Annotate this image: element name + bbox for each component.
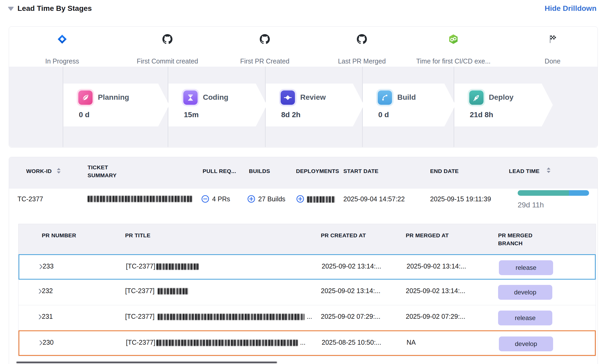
stage-name: Build xyxy=(397,93,416,102)
pr-merged-at: 2025-09-02 07:29:... xyxy=(406,313,465,320)
col-pr-title: PR TITLE xyxy=(125,231,151,239)
pr-merged-at: NA xyxy=(407,339,416,346)
col-deployments: DEPLOYMENTS xyxy=(296,167,339,175)
cicd-icon xyxy=(448,34,458,45)
start-date-value: 2025-09-04 14:57:22 xyxy=(343,194,405,204)
end-date-value: 2025-09-15 19:11:39 xyxy=(430,194,491,204)
build-icon xyxy=(378,90,392,105)
stage-build: Build 0 d xyxy=(363,84,455,126)
stage-deploy: Deploy 21d 8h xyxy=(454,84,553,126)
stage-name: Planning xyxy=(98,93,129,102)
pr-created-at: 2025-08-25 10:50:... xyxy=(322,339,381,346)
cutoff-redacted-content xyxy=(16,362,277,363)
pr-created-at: 2025-09-02 13:14:... xyxy=(321,287,380,295)
lead-time-drilldown-page: Lead Time By Stages Hide Drilldown In Pr… xyxy=(0,0,606,364)
github-icon xyxy=(162,34,172,45)
pr-row-232[interactable]: 232 [TC-2377] 2025-09-02 13:14:... 2025-… xyxy=(19,280,596,305)
stages-panel: In Progress First Commit created First P… xyxy=(9,26,598,148)
milestone-label: Last PR Merged xyxy=(338,57,386,65)
review-icon xyxy=(281,90,295,105)
pull-requests-value: 4 PRs xyxy=(212,194,230,204)
pr-number: 230 xyxy=(43,339,54,346)
sort-lead-time-icon[interactable] xyxy=(546,167,551,175)
stage-duration: 15m xyxy=(184,111,199,119)
stage-name: Review xyxy=(300,93,326,102)
stage-duration: 8d 2h xyxy=(281,111,300,119)
pr-title: [TC-2377] xyxy=(125,287,189,295)
pr-table-header: PR NUMBER PR TITLE PR CREATED AT PR MERG… xyxy=(19,224,596,254)
checkered-flag-icon xyxy=(548,34,558,45)
pr-title-redacted xyxy=(158,314,304,320)
milestone-label: In Progress xyxy=(45,57,79,65)
planning-icon xyxy=(78,90,93,105)
milestone-label: First PR Created xyxy=(240,57,289,65)
stage-divider xyxy=(63,67,63,147)
github-icon xyxy=(357,34,367,45)
work-id-value: TC-2377 xyxy=(17,194,43,204)
pr-number: 231 xyxy=(42,313,53,320)
stage-name: Deploy xyxy=(489,93,513,102)
col-work-id: WORK-ID xyxy=(26,167,52,175)
pr-row-233[interactable]: 233 [TC-2377] 2025-09-02 13:14:... 2025-… xyxy=(19,254,596,280)
github-icon xyxy=(260,34,270,45)
pr-row-230[interactable]: 230 [TC-2377]... 2025-08-25 10:50:... NA… xyxy=(19,330,596,356)
pr-title: [TC-2377]... xyxy=(125,313,312,320)
pr-branch-badge: develop xyxy=(498,285,552,300)
stage-name: Coding xyxy=(203,93,228,102)
col-ticket-summary: TICKET SUMMARY xyxy=(88,163,117,179)
work-table-header: WORK-ID TICKET SUMMARY PULL REQ... BUILD… xyxy=(9,157,598,189)
stage-review: Review 8d 2h xyxy=(266,84,364,126)
pr-title-redacted xyxy=(158,288,189,294)
col-start-date: START DATE xyxy=(343,167,379,175)
milestone-label: Done xyxy=(545,57,561,65)
pr-created-at: 2025-09-02 13:14:... xyxy=(322,262,381,270)
pr-title: [TC-2377] xyxy=(126,262,199,270)
stage-planning: Planning 0 d xyxy=(63,84,169,126)
ticket-summary-redacted xyxy=(88,196,192,202)
lead-time-bar xyxy=(518,190,589,196)
pr-created-at: 2025-09-02 07:29:... xyxy=(321,313,380,320)
col-lead-time: LEAD TIME xyxy=(509,167,540,175)
pr-branch-badge: release xyxy=(499,260,553,275)
col-pr-merged-at: PR MERGED AT xyxy=(406,231,449,239)
stage-coding: Coding 15m xyxy=(168,84,267,126)
sort-work-id-icon[interactable] xyxy=(56,167,61,176)
pr-branch-badge: release xyxy=(498,311,552,325)
coding-icon xyxy=(183,90,198,105)
pr-number: 232 xyxy=(42,287,53,295)
pr-title: [TC-2377]... xyxy=(126,339,306,346)
stages-track: Planning 0 d Coding 15m Review 8d 2h xyxy=(9,67,598,147)
collapse-triangle-icon[interactable] xyxy=(7,6,14,13)
lead-time-bar-blue xyxy=(569,190,589,196)
deploy-rocket-icon xyxy=(469,90,484,105)
page-title: Lead Time By Stages xyxy=(17,4,92,13)
col-builds: BUILDS xyxy=(249,167,270,175)
col-pr-number: PR NUMBER xyxy=(42,231,76,239)
pr-row-231[interactable]: 231 [TC-2377]... 2025-09-02 07:29:... 20… xyxy=(19,305,596,330)
hide-drilldown-link[interactable]: Hide Drilldown xyxy=(545,4,596,13)
jira-icon xyxy=(57,34,67,45)
milestone-label: Time for first CI/CD exe... xyxy=(416,57,490,65)
col-pr-created-at: PR CREATED AT xyxy=(321,231,366,239)
pr-merged-at: 2025-09-02 13:14:... xyxy=(407,262,466,270)
pr-number: 233 xyxy=(43,262,54,270)
lead-time-value: 29d 11h xyxy=(518,200,544,210)
expand-builds-icon[interactable] xyxy=(247,195,256,204)
work-items-table: WORK-ID TICKET SUMMARY PULL REQ... BUILD… xyxy=(9,157,598,364)
pr-title-redacted xyxy=(156,263,199,270)
pr-title-redacted xyxy=(156,340,298,346)
deployments-redacted xyxy=(307,196,335,203)
col-pull-requests: PULL REQ... xyxy=(203,167,236,175)
stage-duration: 0 d xyxy=(79,111,89,119)
builds-value: 27 Builds xyxy=(258,194,285,204)
pr-table: PR NUMBER PR TITLE PR CREATED AT PR MERG… xyxy=(18,224,596,356)
stage-duration: 0 d xyxy=(378,111,389,119)
col-pr-merged-branch: PR MERGED BRANCH xyxy=(498,231,532,247)
pr-merged-at: 2025-09-02 13:14:... xyxy=(406,287,465,295)
pr-branch-badge: develop xyxy=(499,336,553,351)
collapse-prs-icon[interactable] xyxy=(201,195,209,204)
col-end-date: END DATE xyxy=(430,167,459,175)
milestone-label: First Commit created xyxy=(137,57,198,65)
stage-duration: 21d 8h xyxy=(470,111,493,119)
expand-deployments-icon[interactable] xyxy=(296,195,304,204)
